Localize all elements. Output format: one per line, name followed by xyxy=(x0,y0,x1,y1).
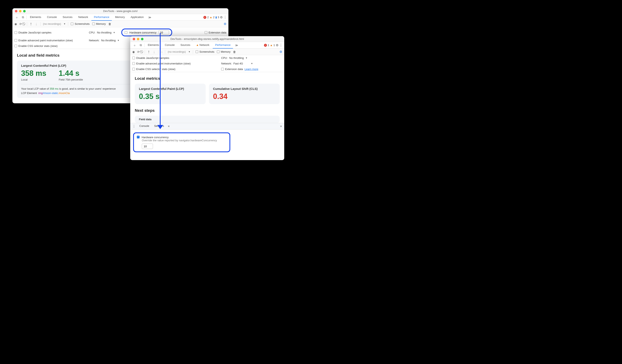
more-tabs-icon[interactable]: ≫ xyxy=(234,44,239,47)
perf-toolbar: ◉ ⟳ ⃠ ⭡ ⭣ ⌂ (no recordings) ▼ Screenshot… xyxy=(130,49,284,55)
close-drawer-icon[interactable]: ✕ xyxy=(280,125,282,128)
gc-icon[interactable]: 🗑 xyxy=(233,50,236,54)
close-icon[interactable] xyxy=(15,10,17,12)
screenshots-checkbox[interactable]: Screenshots xyxy=(71,22,90,25)
cpu-select[interactable]: No throttling xyxy=(229,56,244,59)
tab-console[interactable]: Console xyxy=(162,42,177,49)
download-icon[interactable]: ⭣ xyxy=(153,50,156,54)
main-tabbar: ⟐ ⧉ Elements Console Sources ▲ Network P… xyxy=(130,42,284,49)
lcp-field-value: 1.44 s xyxy=(59,69,83,78)
record-icon[interactable]: ◉ xyxy=(15,22,17,26)
drawer-menu-icon[interactable]: ⋮ xyxy=(132,124,136,128)
settings-icon[interactable]: ⚙ xyxy=(276,43,278,47)
hardware-concurrency-sensor-highlight: Hardware concurrency Override the value … xyxy=(133,132,230,152)
upload-icon[interactable]: ⭡ xyxy=(147,50,150,54)
inspect-icon[interactable]: ⟐ xyxy=(14,16,19,19)
upload-icon[interactable]: ⭡ xyxy=(30,22,32,26)
learn-more-link[interactable]: Learn more xyxy=(245,68,258,71)
cls-title: Cumulative Layout Shift (CLS) xyxy=(213,87,276,91)
warning-count[interactable]: ▲1 xyxy=(270,44,275,47)
tab-application[interactable]: Application xyxy=(128,14,146,21)
cpu-label: CPU: xyxy=(89,31,95,34)
network-label: Network: xyxy=(89,39,99,42)
tab-network[interactable]: Network xyxy=(76,14,91,21)
home-icon[interactable]: ⌂ xyxy=(161,50,162,54)
tab-memory[interactable]: Memory xyxy=(113,14,127,21)
reload-icon[interactable]: ⟳ xyxy=(19,22,22,26)
error-count[interactable]: ✕1 xyxy=(264,44,269,47)
close-icon[interactable] xyxy=(133,38,135,40)
titlebar: DevTools - emscripten-dbg-stories.netlif… xyxy=(130,36,284,42)
devtools-window-right: DevTools - emscripten-dbg-stories.netlif… xyxy=(130,36,284,160)
tab-performance[interactable]: Performance xyxy=(91,14,112,21)
warning-icon: ▲ xyxy=(196,43,199,46)
more-tabs-icon[interactable]: ≫ xyxy=(147,16,152,19)
device-toggle-icon[interactable]: ⧉ xyxy=(20,16,26,19)
annotation-arrow-head xyxy=(157,125,163,129)
extension-data-checkbox[interactable]: Extension data xyxy=(205,31,226,34)
perf-settings-icon[interactable]: ⚙ xyxy=(224,22,226,26)
disable-js-checkbox[interactable]: Disable JavaScript samples xyxy=(132,56,169,59)
adv-paint-checkbox[interactable]: Enable advanced paint instrumentation (s… xyxy=(15,39,73,42)
hw-concurrency-override-checkbox[interactable] xyxy=(137,136,139,138)
minimize-icon[interactable] xyxy=(137,38,139,40)
annotation-arrow xyxy=(160,33,161,126)
tab-console[interactable]: Console xyxy=(44,14,59,21)
network-label: Network: xyxy=(221,62,232,65)
lcp-value: 0.35 s xyxy=(139,92,202,101)
cpu-label: CPU: xyxy=(221,56,228,59)
css-stats-checkbox[interactable]: Enable CSS selector stats (slow) xyxy=(132,68,175,71)
minimize-icon[interactable] xyxy=(19,10,21,12)
drawer-tab-console[interactable]: Console xyxy=(138,123,151,129)
kebab-icon[interactable]: ⋮ xyxy=(279,43,283,47)
window-title: DevTools - www.google.com/ xyxy=(12,10,228,13)
settings-icon[interactable]: ⚙ xyxy=(220,16,223,19)
maximize-icon[interactable] xyxy=(141,38,143,40)
extension-data-checkbox[interactable]: Extension data xyxy=(221,68,243,71)
memory-checkbox[interactable]: Memory xyxy=(217,50,231,53)
warning-count[interactable]: ▲2 xyxy=(210,16,214,19)
lcp-local-sub: Local xyxy=(21,78,46,81)
lcp-card: Largest Contentful Paint (LCP) 0.35 s xyxy=(135,84,206,104)
lcp-field-sub: Field 75th percentile xyxy=(59,78,83,81)
hw-concurrency-label: Hardware concurrency xyxy=(142,136,169,139)
reload-icon[interactable]: ⟳ xyxy=(137,50,140,54)
recording-picker[interactable]: (no recordings) xyxy=(168,50,186,53)
disable-js-checkbox[interactable]: Disable JavaScript samples xyxy=(15,31,52,34)
screenshots-checkbox[interactable]: Screenshots xyxy=(195,50,214,53)
drawer-tabbar: ⋮ Console Sensors ✕ ✕ xyxy=(130,123,284,129)
tab-performance[interactable]: Performance xyxy=(213,42,233,49)
adv-paint-checkbox[interactable]: Enable advanced paint instrumentation (s… xyxy=(132,62,191,65)
hardware-concurrency-highlight: Hardware concurrency xyxy=(121,29,172,36)
hw-concurrency-checkbox[interactable] xyxy=(125,31,127,34)
recording-picker[interactable]: (no recordings) xyxy=(43,22,61,25)
inspect-icon[interactable]: ⟐ xyxy=(132,44,137,47)
network-select[interactable]: No throttling xyxy=(101,39,116,42)
hw-concurrency-input[interactable] xyxy=(142,144,153,149)
cpu-select[interactable]: No throttling xyxy=(97,31,111,34)
cls-card: Cumulative Layout Shift (CLS) 0.34 xyxy=(209,84,280,104)
kebab-icon[interactable]: ⋮ xyxy=(223,15,227,19)
tab-sources[interactable]: Sources xyxy=(60,14,75,21)
perf-toolbar: ◉ ⟳ ⃠ ⭡ ⭣ (no recordings) ▼ Screenshots … xyxy=(12,21,228,27)
record-icon[interactable]: ◉ xyxy=(132,50,135,54)
css-stats-checkbox[interactable]: Enable CSS selector stats (slow) xyxy=(15,44,58,48)
network-select[interactable]: Fast 4G xyxy=(233,62,243,65)
tab-elements[interactable]: Elements xyxy=(145,42,161,49)
error-count[interactable]: ✕2 xyxy=(203,16,209,19)
maximize-icon[interactable] xyxy=(23,10,26,12)
field-data-label: Field data xyxy=(139,118,275,121)
hw-concurrency-label: Hardware concurrency xyxy=(129,31,156,34)
tab-sources[interactable]: Sources xyxy=(178,42,193,49)
tab-network[interactable]: ▲ Network xyxy=(194,42,212,49)
download-icon[interactable]: ⭣ xyxy=(35,22,38,26)
perf-settings-icon[interactable]: ⚙ xyxy=(279,50,282,54)
issue-count[interactable]: ▮3 xyxy=(215,16,219,19)
cls-value: 0.34 xyxy=(213,92,276,101)
close-tab-icon[interactable]: ✕ xyxy=(168,125,170,128)
gc-icon[interactable]: 🗑 xyxy=(108,22,111,26)
device-toggle-icon[interactable]: ⧉ xyxy=(138,43,143,47)
tab-elements[interactable]: Elements xyxy=(27,14,44,21)
memory-checkbox[interactable]: Memory xyxy=(92,22,106,25)
window-title: DevTools - emscripten-dbg-stories.netlif… xyxy=(130,37,284,40)
